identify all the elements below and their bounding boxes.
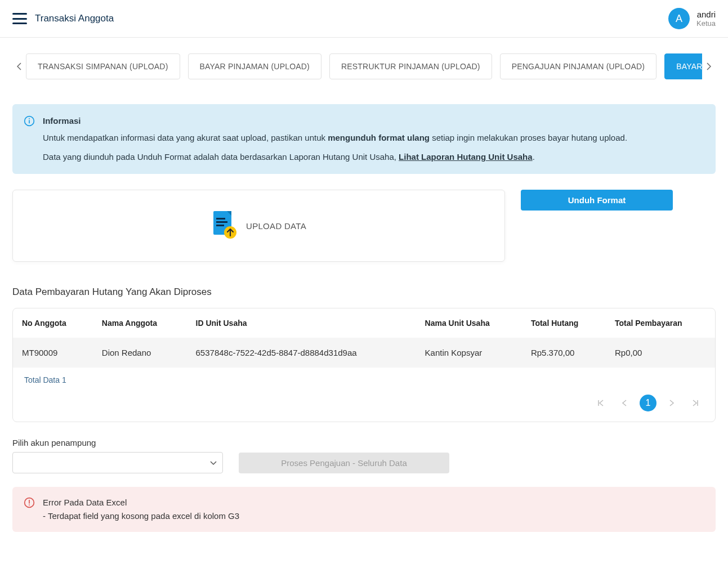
tab-3[interactable]: PENGAJUAN PINJAMAN (UPLOAD) bbox=[500, 53, 656, 79]
upload-label: UPLOAD DATA bbox=[246, 221, 306, 231]
error-icon bbox=[24, 497, 35, 511]
error-alert: Error Pada Data Excel - Terdapat field y… bbox=[12, 487, 716, 532]
avatar[interactable]: A bbox=[668, 8, 690, 29]
svg-rect-7 bbox=[216, 225, 224, 226]
table-header: No Anggota bbox=[13, 308, 93, 338]
svg-rect-6 bbox=[216, 221, 227, 223]
info-title: Informasi bbox=[43, 114, 627, 128]
report-link[interactable]: Lihat Laporan Hutang Unit Usaha bbox=[399, 152, 533, 162]
page-prev-icon[interactable] bbox=[616, 395, 633, 411]
table-cell: MT90009 bbox=[13, 338, 93, 368]
svg-rect-1 bbox=[29, 120, 30, 123]
data-table: No AnggotaNama AnggotaID Unit UsahaNama … bbox=[12, 308, 716, 422]
error-title: Error Pada Data Excel bbox=[43, 496, 239, 509]
table-section-title: Data Pembayaran Hutang Yang Akan Diprose… bbox=[12, 286, 716, 298]
svg-rect-10 bbox=[29, 500, 30, 504]
page-title: Transaksi Anggota bbox=[35, 13, 114, 24]
table-header: Nama Unit Usaha bbox=[416, 308, 522, 338]
table-header: Nama Anggota bbox=[93, 308, 187, 338]
app-header: Transaksi Anggota A andri Ketua bbox=[0, 0, 728, 38]
table-row: MT90009Dion Redano6537848c-7522-42d5-884… bbox=[13, 338, 715, 368]
tab-1[interactable]: BAYAR PINJAMAN (UPLOAD) bbox=[188, 53, 321, 79]
download-format-button[interactable]: Unduh Format bbox=[521, 190, 673, 211]
tabs-scroll-left-icon[interactable] bbox=[12, 54, 26, 79]
user-role: Ketua bbox=[696, 19, 716, 28]
page-next-icon[interactable] bbox=[663, 395, 680, 411]
table-header: ID Unit Usaha bbox=[187, 308, 416, 338]
table-cell: Rp5.370,00 bbox=[522, 338, 606, 368]
account-select[interactable] bbox=[12, 452, 223, 473]
page-first-icon[interactable] bbox=[592, 395, 609, 411]
account-select-label: Pilih akun penampung bbox=[12, 438, 716, 447]
tab-4[interactable]: BAYAR HUTANG (UPLOAD) bbox=[664, 53, 702, 79]
table-cell: Rp0,00 bbox=[606, 338, 715, 368]
chevron-down-icon bbox=[210, 458, 217, 468]
tabs-scroll-right-icon[interactable] bbox=[702, 54, 716, 79]
table-cell: Dion Redano bbox=[93, 338, 187, 368]
table-header: Total Pembayaran bbox=[606, 308, 715, 338]
table-cell: 6537848c-7522-42d5-8847-d8884d31d9aa bbox=[187, 338, 416, 368]
info-line-1: Untuk mendapatkan informasi data yang ak… bbox=[43, 131, 627, 145]
upload-dropzone[interactable]: UPLOAD DATA bbox=[12, 190, 505, 262]
info-alert: Informasi Untuk mendapatkan informasi da… bbox=[12, 104, 716, 174]
page-last-icon[interactable] bbox=[687, 395, 704, 411]
info-line-2: Data yang diunduh pada Unduh Format adal… bbox=[43, 150, 627, 164]
tabs-container: TRANSAKSI SIMPANAN (UPLOAD)BAYAR PINJAMA… bbox=[12, 53, 716, 79]
menu-hamburger-icon[interactable] bbox=[12, 13, 27, 24]
tab-0[interactable]: TRANSAKSI SIMPANAN (UPLOAD) bbox=[26, 53, 180, 79]
user-name: andri bbox=[697, 10, 716, 19]
upload-file-icon bbox=[211, 210, 238, 241]
table-header: Total Hutang bbox=[522, 308, 606, 338]
page-number[interactable]: 1 bbox=[640, 395, 656, 411]
pagination: 1 bbox=[24, 395, 704, 411]
svg-rect-5 bbox=[216, 218, 225, 220]
total-data-label: Total Data 1 bbox=[24, 375, 704, 384]
tab-2[interactable]: RESTRUKTUR PINJAMAN (UPLOAD) bbox=[329, 53, 492, 79]
table-cell: Kantin Kopsyar bbox=[416, 338, 522, 368]
svg-rect-2 bbox=[29, 118, 30, 119]
info-icon bbox=[24, 115, 35, 129]
error-detail: - Terdapat field yang kosong pada excel … bbox=[43, 509, 239, 523]
user-info: andri Ketua bbox=[696, 10, 716, 28]
process-button: Proses Pengajuan - Seluruh Data bbox=[239, 453, 449, 473]
svg-rect-11 bbox=[29, 504, 30, 505]
